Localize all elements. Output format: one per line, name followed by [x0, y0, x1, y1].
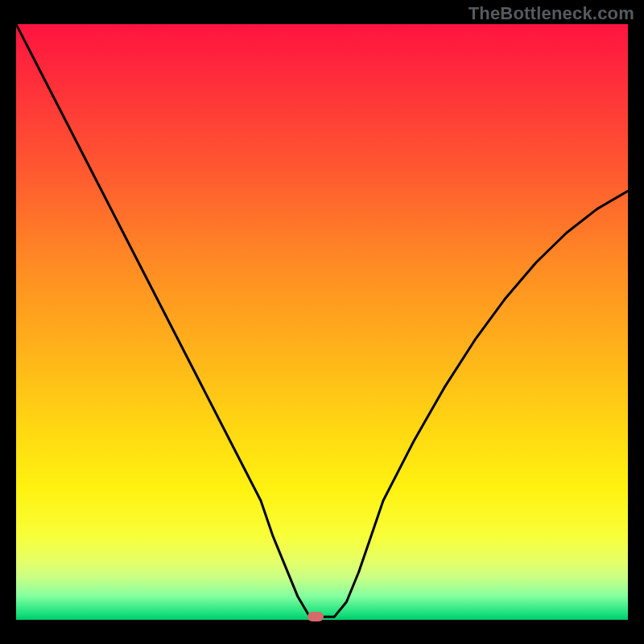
watermark-text: TheBottleneck.com — [469, 3, 634, 24]
bottleneck-curve — [16, 24, 628, 620]
plot-area — [16, 24, 628, 620]
optimal-point-marker — [308, 612, 324, 621]
chart-frame: TheBottleneck.com — [0, 0, 644, 644]
